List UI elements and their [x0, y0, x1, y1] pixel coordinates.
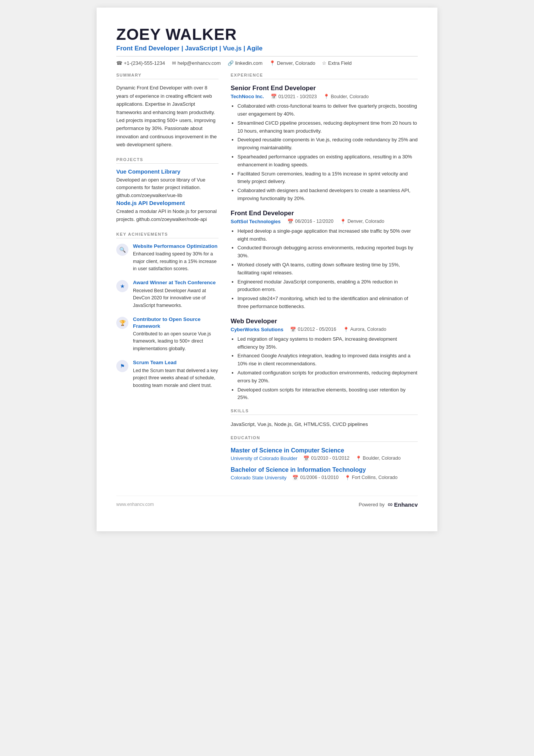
edu-degree-2: Bachelor of Science in Information Techn…	[231, 466, 418, 473]
pin-icon-1: 📍	[323, 94, 329, 99]
footer: www.enhancv.com Powered by ∞ Enhancv	[116, 496, 418, 509]
edu-meta-2: Colorado State University 📅 01/2006 - 01…	[231, 475, 418, 481]
job-bullets-2: Helped develop a single-page application…	[231, 227, 418, 311]
achievement-item-4: ⚑ Scrum Team Lead Led the Scrum team tha…	[116, 359, 219, 389]
job-date-1: 📅 01/2021 - 10/2023	[271, 94, 317, 99]
achievements-label: KEY ACHIEVEMENTS	[116, 232, 219, 238]
project-desc-1: Developed an open source library of Vue …	[116, 176, 219, 200]
edu-location-1: 📍 Boulder, Colorado	[356, 455, 401, 461]
achievement-content-4: Scrum Team Lead Led the Scrum team that …	[133, 359, 219, 389]
extra-icon: ☆	[322, 60, 326, 66]
enhancv-symbol: ∞	[388, 501, 393, 509]
achievement-content-2: Award Winner at Tech Conference Received…	[133, 279, 219, 309]
contact-location: 📍 Denver, Colorado	[269, 60, 315, 66]
bullet: Worked closely with QA teams, cutting do…	[237, 261, 418, 277]
bullet: Spearheaded performance upgrades on exis…	[237, 153, 418, 169]
main-content: SUMMARY Dynamic Front End Developer with…	[116, 73, 418, 481]
phone-icon: ☎	[116, 60, 122, 66]
achievement-title-4: Scrum Team Lead	[133, 359, 219, 366]
header: ZOEY WALKER Front End Developer | JavaSc…	[116, 26, 418, 66]
job-meta-3: CyberWorks Solutions 📅 01/2012 - 05/2016…	[231, 327, 418, 332]
bullet: Streamlined CI/CD pipeline processes, re…	[237, 119, 418, 135]
job-title-3: Web Developer	[231, 318, 418, 325]
pin-icon-3: 📍	[343, 327, 349, 332]
achievement-icon-1: 🔍	[116, 244, 128, 256]
location-icon: 📍	[269, 60, 275, 66]
contact-row: ☎ +1-(234)-555-1234 ✉ help@enhancv.com 🔗…	[116, 56, 418, 66]
enhancv-logo: ∞ Enhancv	[388, 501, 418, 509]
job-location-3: 📍 Aurora, Colorado	[343, 327, 386, 332]
edu-location-2: 📍 Fort Collins, Colorado	[345, 475, 398, 481]
bullet: Improved site24×7 monitoring, which led …	[237, 295, 418, 311]
pin-icon-edu1: 📍	[356, 455, 362, 461]
job-2: Front End Developer SoftSol Technologies…	[231, 210, 418, 311]
achievement-title-2: Award Winner at Tech Conference	[133, 279, 219, 286]
job-3: Web Developer CyberWorks Solutions 📅 01/…	[231, 318, 418, 402]
job-title-2: Front End Developer	[231, 210, 418, 217]
contact-phone: ☎ +1-(234)-555-1234	[116, 60, 165, 66]
bullet: Automated configuration scripts for prod…	[237, 369, 418, 385]
edu-school-1: University of Colorado Boulder	[231, 455, 297, 461]
summary-label: SUMMARY	[116, 73, 219, 79]
job-title-1: Senior Front End Developer	[231, 85, 418, 92]
job-company-1: TechNoco Inc.	[231, 94, 264, 99]
achievement-desc-2: Received Best Developer Award at DevCon …	[133, 287, 219, 309]
bullet: Developed reusable components in Vue.js,…	[237, 136, 418, 152]
achievement-item-3: 🏆 Contributor to Open Source Framework C…	[116, 316, 219, 352]
project-desc-2: Created a modular API in Node.js for per…	[116, 208, 219, 224]
job-date-3: 📅 01/2012 - 05/2016	[290, 327, 336, 332]
email-icon: ✉	[172, 60, 176, 66]
achievement-icon-4: ⚑	[116, 360, 128, 372]
bullet: Engineered modular JavaScript components…	[237, 278, 418, 294]
calendar-icon-3: 📅	[290, 327, 296, 332]
bullet: Led migration of legacy systems to moder…	[237, 335, 418, 351]
achievement-desc-3: Contributed to an open source Vue.js fra…	[133, 330, 219, 352]
edu-meta-1: University of Colorado Boulder 📅 01/2010…	[231, 455, 418, 461]
skills-text: JavaScript, Vue.js, Node.js, Git, HTML/C…	[231, 420, 418, 429]
job-1: Senior Front End Developer TechNoco Inc.…	[231, 85, 418, 203]
calendar-icon-1: 📅	[271, 94, 277, 99]
edu-item-1: Master of Science in Computer Science Un…	[231, 447, 418, 461]
projects-label: PROJECTS	[116, 157, 219, 164]
pin-icon-edu2: 📍	[345, 475, 351, 481]
edu-date-1: 📅 01/2010 - 01/2012	[303, 455, 349, 461]
summary-text: Dynamic Front End Developer with over 8 …	[116, 84, 219, 149]
job-bullets-3: Led migration of legacy systems to moder…	[231, 335, 418, 402]
job-location-1: 📍 Boulder, Colorado	[323, 94, 368, 99]
achievement-content-3: Contributor to Open Source Framework Con…	[133, 316, 219, 352]
education-label: EDUCATION	[231, 435, 418, 442]
calendar-icon-edu2: 📅	[292, 475, 298, 481]
edu-date-2: 📅 01/2006 - 01/2010	[292, 475, 338, 481]
edu-degree-1: Master of Science in Computer Science	[231, 447, 418, 454]
project-item-1: Vue Component Library Developed an open …	[116, 168, 219, 200]
project-item-2: Node.js API Development Created a modula…	[116, 200, 219, 224]
bullet: Facilitated Scrum ceremonies, leading to…	[237, 170, 418, 186]
bullet: Enhanced Google Analytics integration, l…	[237, 352, 418, 368]
brand-name: Enhancv	[394, 501, 418, 508]
calendar-icon-2: 📅	[287, 219, 294, 224]
footer-brand: Powered by ∞ Enhancv	[359, 501, 418, 509]
contact-email: ✉ help@enhancv.com	[172, 60, 221, 66]
bullet: Collaborated with cross-functional teams…	[237, 102, 418, 118]
candidate-title: Front End Developer | JavaScript | Vue.j…	[116, 45, 418, 52]
project-title-1: Vue Component Library	[116, 168, 219, 175]
edu-school-2: Colorado State University	[231, 475, 286, 481]
achievement-item-2: ★ Award Winner at Tech Conference Receiv…	[116, 279, 219, 309]
calendar-icon-edu1: 📅	[303, 455, 309, 461]
pin-icon-2: 📍	[340, 219, 346, 224]
candidate-name: ZOEY WALKER	[116, 26, 418, 43]
job-location-2: 📍 Denver, Colorado	[340, 219, 384, 224]
skills-label: SKILLS	[231, 409, 418, 415]
achievement-icon-2: ★	[116, 280, 128, 292]
achievement-title-3: Contributor to Open Source Framework	[133, 316, 219, 329]
project-title-2: Node.js API Development	[116, 200, 219, 206]
achievement-desc-4: Led the Scrum team that delivered a key …	[133, 367, 219, 389]
bullet: Helped develop a single-page application…	[237, 227, 418, 243]
achievement-icon-3: 🏆	[116, 317, 128, 329]
left-column: SUMMARY Dynamic Front End Developer with…	[116, 73, 219, 481]
contact-extra: ☆ Extra Field	[322, 60, 351, 66]
linkedin-icon: 🔗	[228, 60, 234, 66]
achievement-content-1: Website Performance Optimization Enhance…	[133, 243, 219, 273]
bullet: Collaborated with designers and backend …	[237, 187, 418, 203]
job-meta-2: SoftSol Technologies 📅 06/2016 - 12/2020…	[231, 219, 418, 224]
